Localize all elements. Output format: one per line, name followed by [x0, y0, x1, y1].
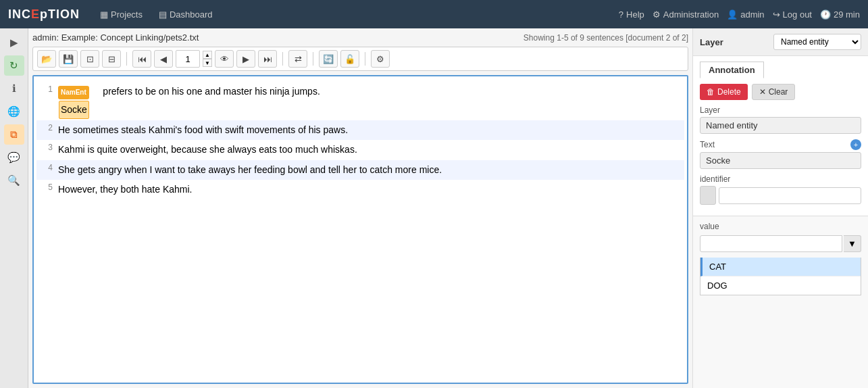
script-button[interactable]: ⇄ — [288, 50, 307, 68]
logout-icon: ↪ — [773, 9, 780, 20]
table-icon: ▦ — [100, 9, 108, 20]
sentence-text-2[interactable]: He sometimes steals Kahmi's food with sw… — [58, 122, 682, 139]
navbar: INCEpTION ▦ Projects ▤ Dashboard ? Help … — [0, 0, 868, 28]
identifier-color-box — [700, 186, 716, 205]
sidebar-btn-arrow[interactable]: ▶ — [4, 32, 24, 53]
doc-info: Showing 1-5 of 9 sentences [document 2 o… — [524, 33, 688, 43]
center-content: admin: Example: Concept Linking/pets2.tx… — [28, 28, 692, 388]
toolbar: 📂 💾 ⊡ ⊟ ⏮ ◀ ▲ ▼ 👁 ▶ ⏭ ⇄ 🔄 🔓 ⚙ — [32, 47, 688, 71]
settings-button[interactable]: ⚙ — [371, 50, 390, 68]
value-dropdown-button[interactable]: ▼ — [844, 235, 861, 252]
sentence-rest-1: prefers to be on his one and master his … — [93, 86, 320, 97]
sentence-num-2: 2 — [39, 122, 53, 132]
admin-nav[interactable]: 👤 admin — [727, 9, 764, 20]
left-sidebar: ▶ ↻ ℹ 🌐 ⧉ 💬 🔍 — [0, 28, 28, 388]
first-page-button[interactable]: ⏮ — [132, 50, 151, 68]
page-input[interactable] — [176, 50, 200, 68]
layer-field-group: Layer Named entity — [700, 105, 861, 134]
split-down-button[interactable]: ⊟ — [102, 50, 121, 68]
prev-page-button[interactable]: ◀ — [154, 50, 173, 68]
annotation-tag[interactable]: NamEnt — [58, 86, 89, 99]
text-field-label: Text + — [700, 139, 861, 150]
toolbar-separator-4 — [365, 52, 365, 66]
sentence-text-4[interactable]: She gets angry when I want to take aways… — [58, 162, 682, 178]
x-icon: ✕ — [759, 87, 766, 97]
annotation-tabs: Annotation — [700, 62, 861, 78]
text-field-value: Socke — [700, 152, 861, 169]
dropdown-item-cat[interactable]: CAT — [700, 258, 861, 276]
dashboard-nav[interactable]: ▤ Dashboard — [152, 7, 220, 22]
sidebar-btn-link[interactable]: 🌐 — [4, 101, 24, 122]
identifier-input[interactable] — [719, 187, 861, 204]
spin-buttons: ▲ ▼ — [203, 51, 212, 67]
value-input[interactable] — [700, 235, 842, 252]
logout-nav[interactable]: ↪ Log out — [773, 9, 812, 20]
spin-down-button[interactable]: ▼ — [203, 59, 212, 67]
identifier-field-group: identifier — [700, 174, 861, 205]
split-right-button[interactable]: ⊡ — [80, 50, 99, 68]
sentence-row: 5 However, they both hate Kahmi. — [36, 180, 684, 199]
sidebar-btn-info[interactable]: ℹ — [4, 78, 24, 99]
value-section: value ▼ — [693, 216, 868, 258]
sentence-row: 4 She gets angry when I want to take awa… — [36, 160, 684, 180]
right-panel-header: Layer Named entity — [693, 28, 868, 56]
action-buttons: 🗑 Delete ✕ Clear — [700, 84, 861, 100]
timer-label: 29 min — [834, 9, 860, 20]
save-button[interactable]: 💾 — [59, 50, 78, 68]
last-page-button[interactable]: ⏭ — [258, 50, 277, 68]
sentence-row: 3 Kahmi is quite overweight, because she… — [36, 140, 684, 160]
sentence-row: 1 NamEnt Socke prefers to be on his one … — [36, 82, 684, 120]
help-label: Help — [626, 9, 644, 20]
sentence-text-1[interactable]: NamEnt Socke prefers to be on his one an… — [58, 83, 682, 119]
sidebar-btn-layers[interactable]: ⧉ — [4, 124, 24, 145]
sentence-num-4: 4 — [39, 162, 53, 172]
delete-label: Delete — [717, 87, 741, 97]
timer-nav: 🕐 29 min — [820, 9, 860, 20]
dropdown-list: CAT DOG — [700, 258, 861, 295]
add-text-button[interactable]: + — [850, 139, 861, 150]
spin-up-button[interactable]: ▲ — [203, 51, 212, 59]
next-page-button[interactable]: ▶ — [236, 50, 255, 68]
delete-button[interactable]: 🗑 Delete — [700, 84, 748, 100]
sidebar-btn-refresh[interactable]: ↻ — [4, 55, 24, 76]
doc-header: admin: Example: Concept Linking/pets2.tx… — [32, 32, 688, 43]
sentence-text-3[interactable]: Kahmi is quite overweight, because she a… — [58, 141, 682, 158]
show-button[interactable]: 👁 — [215, 50, 234, 68]
identifier-row — [700, 186, 861, 205]
help-nav[interactable]: ? Help — [619, 9, 644, 20]
layer-select[interactable]: Named entity — [773, 34, 861, 50]
annotation-area[interactable]: 1 NamEnt Socke prefers to be on his one … — [32, 75, 688, 384]
logout-label: Log out — [783, 9, 812, 20]
sidebar-btn-search[interactable]: 🔍 — [4, 170, 24, 191]
projects-label: Projects — [111, 9, 143, 20]
link-button[interactable]: 🔄 — [319, 50, 338, 68]
annotated-word[interactable]: Socke — [59, 101, 89, 119]
dropdown-item-dog[interactable]: DOG — [700, 276, 861, 295]
trash-icon: 🗑 — [707, 87, 715, 97]
layer-field-value: Named entity — [700, 117, 861, 134]
sentence-num-5: 5 — [39, 181, 53, 192]
gear-icon: ⚙ — [653, 9, 661, 20]
administration-nav[interactable]: ⚙ Administration — [653, 9, 719, 20]
toolbar-separator-3 — [313, 52, 313, 66]
identifier-label: identifier — [700, 174, 861, 184]
tab-annotation[interactable]: Annotation — [700, 62, 764, 78]
clear-label: Clear — [769, 87, 788, 97]
main-layout: ▶ ↻ ℹ 🌐 ⧉ 💬 🔍 admin: Example: Concept Li… — [0, 28, 868, 388]
text-field-group: Text + Socke — [700, 139, 861, 169]
layer-header-label: Layer — [700, 37, 723, 47]
sentence-num-3: 3 — [39, 141, 53, 152]
value-label: value — [700, 222, 861, 231]
sidebar-btn-chat[interactable]: 💬 — [4, 147, 24, 168]
lock-button[interactable]: 🔓 — [340, 50, 359, 68]
toolbar-separator-1 — [126, 52, 127, 66]
open-button[interactable]: 📂 — [37, 50, 56, 68]
clear-button[interactable]: ✕ Clear — [752, 84, 796, 100]
help-icon: ? — [619, 9, 623, 20]
administration-label: Administration — [663, 9, 719, 20]
toolbar-separator-2 — [282, 52, 283, 66]
right-panel: Layer Named entity Annotation 🗑 Delete ✕… — [692, 28, 868, 388]
grid-icon: ▤ — [159, 9, 167, 20]
sentence-text-5[interactable]: However, they both hate Kahmi. — [58, 181, 682, 198]
projects-nav[interactable]: ▦ Projects — [93, 7, 149, 22]
